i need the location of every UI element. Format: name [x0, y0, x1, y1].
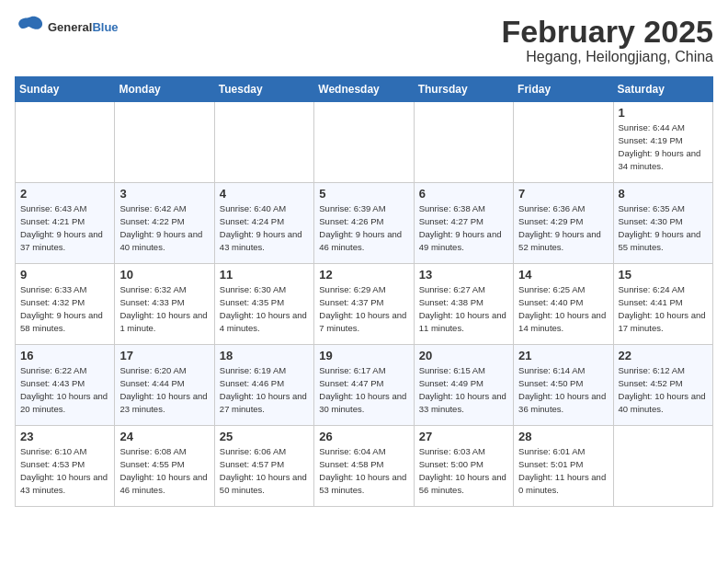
day-info: Sunrise: 6:43 AM Sunset: 4:21 PM Dayligh…: [20, 202, 109, 253]
header-friday: Friday: [514, 77, 613, 102]
day-number: 6: [419, 187, 508, 201]
table-row: 6Sunrise: 6:38 AM Sunset: 4:27 PM Daylig…: [414, 183, 513, 264]
day-number: 12: [319, 268, 408, 282]
day-number: 9: [20, 268, 109, 282]
calendar-header-row: Sunday Monday Tuesday Wednesday Thursday…: [16, 77, 713, 102]
page-header: GeneralBlue February 2025 Hegang, Heilon…: [15, 15, 713, 65]
table-row: [514, 102, 613, 183]
day-number: 17: [119, 349, 209, 362]
table-row: [613, 426, 712, 507]
calendar-week-row: 9Sunrise: 6:33 AM Sunset: 4:32 PM Daylig…: [16, 264, 713, 345]
table-row: 23Sunrise: 6:10 AM Sunset: 4:53 PM Dayli…: [16, 426, 115, 507]
day-info: Sunrise: 6:27 AM Sunset: 4:38 PM Dayligh…: [419, 283, 508, 334]
day-number: 22: [619, 349, 708, 362]
day-number: 1: [619, 106, 708, 120]
table-row: 10Sunrise: 6:32 AM Sunset: 4:33 PM Dayli…: [115, 264, 214, 345]
day-number: 24: [119, 430, 209, 443]
table-row: 24Sunrise: 6:08 AM Sunset: 4:55 PM Dayli…: [115, 426, 214, 507]
day-info: Sunrise: 6:19 AM Sunset: 4:46 PM Dayligh…: [220, 364, 309, 415]
day-number: 20: [419, 349, 508, 362]
day-number: 23: [20, 430, 109, 443]
day-info: Sunrise: 6:03 AM Sunset: 5:00 PM Dayligh…: [419, 445, 508, 496]
logo-bird-icon: [15, 15, 44, 40]
table-row: 15Sunrise: 6:24 AM Sunset: 4:41 PM Dayli…: [613, 264, 712, 345]
calendar-week-row: 2Sunrise: 6:43 AM Sunset: 4:21 PM Daylig…: [16, 183, 713, 264]
table-row: 21Sunrise: 6:14 AM Sunset: 4:50 PM Dayli…: [514, 345, 613, 426]
day-info: Sunrise: 6:20 AM Sunset: 4:44 PM Dayligh…: [119, 364, 209, 415]
table-row: 11Sunrise: 6:30 AM Sunset: 4:35 PM Dayli…: [214, 264, 313, 345]
day-info: Sunrise: 6:35 AM Sunset: 4:30 PM Dayligh…: [619, 202, 708, 253]
day-number: 11: [220, 268, 309, 282]
table-row: 12Sunrise: 6:29 AM Sunset: 4:37 PM Dayli…: [314, 264, 414, 345]
table-row: [16, 102, 115, 183]
day-info: Sunrise: 6:25 AM Sunset: 4:40 PM Dayligh…: [518, 283, 608, 334]
table-row: [214, 102, 313, 183]
day-number: 13: [419, 268, 508, 282]
day-number: 27: [419, 430, 508, 443]
day-number: 26: [319, 430, 408, 443]
day-info: Sunrise: 6:01 AM Sunset: 5:01 PM Dayligh…: [518, 445, 608, 496]
table-row: 20Sunrise: 6:15 AM Sunset: 4:49 PM Dayli…: [414, 345, 513, 426]
table-row: 18Sunrise: 6:19 AM Sunset: 4:46 PM Dayli…: [214, 345, 313, 426]
day-info: Sunrise: 6:36 AM Sunset: 4:29 PM Dayligh…: [518, 202, 608, 253]
calendar-title-area: February 2025 Hegang, Heilongjiang, Chin…: [501, 15, 713, 65]
logo: GeneralBlue: [15, 15, 119, 40]
day-info: Sunrise: 6:30 AM Sunset: 4:35 PM Dayligh…: [220, 283, 309, 334]
header-wednesday: Wednesday: [314, 77, 414, 102]
day-number: 18: [220, 349, 309, 362]
day-info: Sunrise: 6:29 AM Sunset: 4:37 PM Dayligh…: [319, 283, 408, 334]
day-number: 2: [20, 187, 109, 201]
table-row: 14Sunrise: 6:25 AM Sunset: 4:40 PM Dayli…: [514, 264, 613, 345]
table-row: 16Sunrise: 6:22 AM Sunset: 4:43 PM Dayli…: [16, 345, 115, 426]
day-info: Sunrise: 6:24 AM Sunset: 4:41 PM Dayligh…: [619, 283, 708, 334]
header-monday: Monday: [115, 77, 214, 102]
day-info: Sunrise: 6:39 AM Sunset: 4:26 PM Dayligh…: [319, 202, 408, 253]
day-number: 16: [20, 349, 109, 362]
calendar-subtitle: Hegang, Heilongjiang, China: [501, 49, 713, 65]
day-number: 10: [119, 268, 209, 282]
day-info: Sunrise: 6:32 AM Sunset: 4:33 PM Dayligh…: [119, 283, 209, 334]
day-number: 4: [220, 187, 309, 201]
day-info: Sunrise: 6:12 AM Sunset: 4:52 PM Dayligh…: [619, 364, 708, 415]
header-saturday: Saturday: [613, 77, 712, 102]
day-number: 3: [119, 187, 209, 201]
table-row: 13Sunrise: 6:27 AM Sunset: 4:38 PM Dayli…: [414, 264, 513, 345]
day-number: 5: [319, 187, 408, 201]
table-row: 7Sunrise: 6:36 AM Sunset: 4:29 PM Daylig…: [514, 183, 613, 264]
header-sunday: Sunday: [16, 77, 115, 102]
calendar-week-row: 1Sunrise: 6:44 AM Sunset: 4:19 PM Daylig…: [16, 102, 713, 183]
header-thursday: Thursday: [414, 77, 513, 102]
day-info: Sunrise: 6:06 AM Sunset: 4:57 PM Dayligh…: [220, 445, 309, 496]
day-info: Sunrise: 6:38 AM Sunset: 4:27 PM Dayligh…: [419, 202, 508, 253]
table-row: 2Sunrise: 6:43 AM Sunset: 4:21 PM Daylig…: [16, 183, 115, 264]
day-info: Sunrise: 6:04 AM Sunset: 4:58 PM Dayligh…: [319, 445, 408, 496]
day-number: 25: [220, 430, 309, 443]
day-number: 21: [518, 349, 608, 362]
day-info: Sunrise: 6:14 AM Sunset: 4:50 PM Dayligh…: [518, 364, 608, 415]
table-row: [115, 102, 214, 183]
table-row: 25Sunrise: 6:06 AM Sunset: 4:57 PM Dayli…: [214, 426, 313, 507]
table-row: 5Sunrise: 6:39 AM Sunset: 4:26 PM Daylig…: [314, 183, 414, 264]
table-row: [314, 102, 414, 183]
day-info: Sunrise: 6:40 AM Sunset: 4:24 PM Dayligh…: [220, 202, 309, 253]
day-info: Sunrise: 6:17 AM Sunset: 4:47 PM Dayligh…: [319, 364, 408, 415]
table-row: 4Sunrise: 6:40 AM Sunset: 4:24 PM Daylig…: [214, 183, 313, 264]
day-info: Sunrise: 6:15 AM Sunset: 4:49 PM Dayligh…: [419, 364, 508, 415]
table-row: 17Sunrise: 6:20 AM Sunset: 4:44 PM Dayli…: [115, 345, 214, 426]
table-row: 8Sunrise: 6:35 AM Sunset: 4:30 PM Daylig…: [613, 183, 712, 264]
table-row: [414, 102, 513, 183]
table-row: 1Sunrise: 6:44 AM Sunset: 4:19 PM Daylig…: [613, 102, 712, 183]
table-row: 28Sunrise: 6:01 AM Sunset: 5:01 PM Dayli…: [514, 426, 613, 507]
table-row: 9Sunrise: 6:33 AM Sunset: 4:32 PM Daylig…: [16, 264, 115, 345]
table-row: 22Sunrise: 6:12 AM Sunset: 4:52 PM Dayli…: [613, 345, 712, 426]
day-info: Sunrise: 6:22 AM Sunset: 4:43 PM Dayligh…: [20, 364, 109, 415]
day-info: Sunrise: 6:44 AM Sunset: 4:19 PM Dayligh…: [619, 121, 708, 172]
day-info: Sunrise: 6:08 AM Sunset: 4:55 PM Dayligh…: [119, 445, 209, 496]
table-row: 27Sunrise: 6:03 AM Sunset: 5:00 PM Dayli…: [414, 426, 513, 507]
day-number: 7: [518, 187, 608, 201]
calendar-week-row: 16Sunrise: 6:22 AM Sunset: 4:43 PM Dayli…: [16, 345, 713, 426]
day-number: 19: [319, 349, 408, 362]
day-number: 28: [518, 430, 608, 443]
day-info: Sunrise: 6:33 AM Sunset: 4:32 PM Dayligh…: [20, 283, 109, 334]
day-number: 15: [619, 268, 708, 282]
